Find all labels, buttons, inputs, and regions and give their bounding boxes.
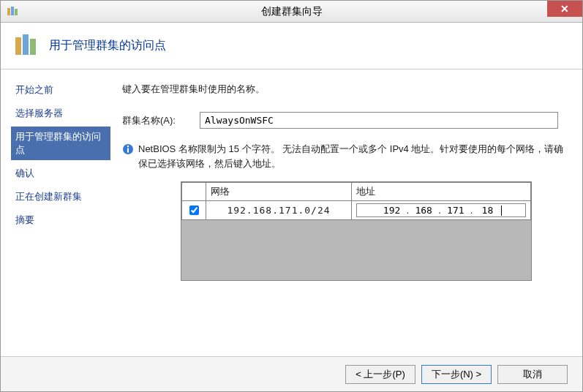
info-text: NetBIOS 名称限制为 15 个字符。 无法自动配置一个或多个 IPv4 地… [138, 142, 566, 171]
page-title: 用于管理群集的访问点 [49, 38, 166, 53]
col-network: 网络 [206, 183, 352, 201]
sidebar-step-summary[interactable]: 摘要 [11, 210, 110, 230]
ip-octet-4[interactable] [475, 205, 499, 216]
table-empty-area [181, 220, 531, 280]
ip-octet-3[interactable] [444, 205, 467, 216]
main-panel: 键入要在管理群集时使用的名称。 群集名称(A): NetBIOS 名称限制为 1… [110, 69, 582, 356]
sidebar-step-creating[interactable]: 正在创建新群集 [11, 186, 110, 207]
network-cidr: 192.168.171.0/24 [206, 201, 352, 220]
ip-input[interactable]: . . . [356, 203, 526, 217]
titlebar: 创建群集向导 ✕ [1, 1, 582, 23]
info-row: NetBIOS 名称限制为 15 个字符。 无法自动配置一个或多个 IPv4 地… [122, 142, 566, 171]
sidebar: 开始之前 选择服务器 用于管理群集的访问点 确认 正在创建新群集 摘要 [1, 69, 110, 356]
network-table: 网络 地址 192.168.171.0/24 . [181, 182, 531, 220]
table-row: 192.168.171.0/24 . . . [182, 201, 531, 220]
sidebar-step-select-servers[interactable]: 选择服务器 [11, 103, 110, 124]
svg-rect-7 [127, 148, 129, 153]
wizard-window: 创建群集向导 ✕ 用于管理群集的访问点 开始之前 选择服务器 用于管理群集的访问… [0, 0, 583, 392]
sidebar-step-begin[interactable]: 开始之前 [11, 80, 110, 100]
svg-rect-3 [15, 37, 21, 55]
wizard-footer: < 上一步(P) 下一步(N) > 取消 [1, 356, 582, 391]
svg-rect-4 [23, 34, 29, 55]
col-checkbox [182, 183, 206, 201]
svg-rect-2 [15, 9, 18, 15]
network-row-checkbox[interactable] [189, 206, 199, 215]
svg-rect-1 [11, 7, 14, 15]
cluster-name-label: 群集名称(A): [122, 114, 200, 127]
cluster-icon [12, 31, 42, 61]
ip-octet-2[interactable] [412, 205, 435, 216]
svg-point-8 [127, 146, 129, 147]
cluster-name-input[interactable] [200, 112, 558, 129]
cluster-name-row: 群集名称(A): [122, 112, 566, 129]
wizard-header: 用于管理群集的访问点 [1, 23, 582, 69]
instruction-text: 键入要在管理群集时使用的名称。 [122, 83, 566, 96]
info-icon [122, 143, 134, 155]
next-button[interactable]: 下一步(N) > [421, 365, 492, 384]
ip-octet-1[interactable] [380, 205, 404, 216]
sidebar-step-confirm[interactable]: 确认 [11, 163, 110, 184]
network-table-wrap: 网络 地址 192.168.171.0/24 . [181, 181, 532, 281]
text-caret [501, 206, 502, 216]
address-cell: . . . [352, 201, 531, 220]
app-icon [7, 6, 18, 18]
svg-rect-0 [7, 8, 10, 15]
close-button[interactable]: ✕ [547, 1, 582, 17]
col-address: 地址 [352, 183, 531, 201]
window-title: 创建群集向导 [261, 5, 323, 18]
back-button[interactable]: < 上一步(P) [345, 365, 415, 384]
svg-rect-5 [30, 39, 36, 55]
wizard-body: 开始之前 选择服务器 用于管理群集的访问点 确认 正在创建新群集 摘要 键入要在… [1, 69, 582, 356]
sidebar-step-access-point[interactable]: 用于管理群集的访问点 [11, 127, 110, 160]
cancel-button[interactable]: 取消 [497, 365, 568, 384]
